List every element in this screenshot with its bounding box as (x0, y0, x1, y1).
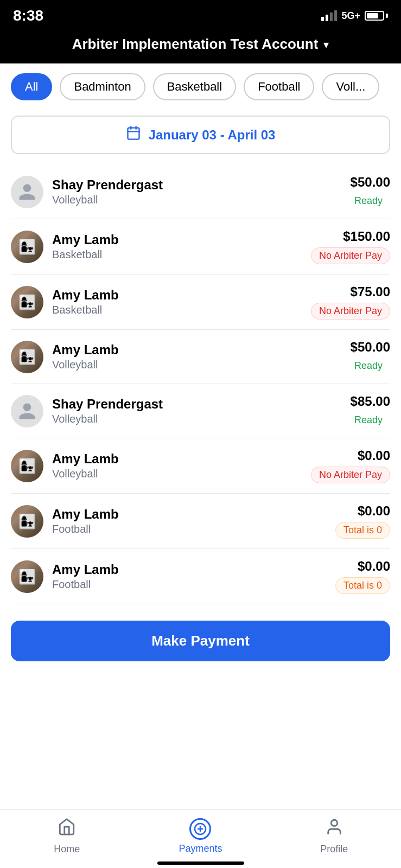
profile-icon (325, 818, 343, 840)
payment-sport: Volleyball (52, 359, 338, 371)
filter-tab-basketball[interactable]: Basketball (153, 73, 237, 100)
filter-tab-all[interactable]: All (11, 73, 52, 100)
nav-item-profile[interactable]: Profile (268, 818, 401, 855)
svg-rect-0 (128, 128, 139, 139)
date-range-label: January 03 - April 03 (149, 127, 276, 143)
status-time: 8:38 (13, 7, 43, 24)
payment-name: Amy Lamb (52, 562, 327, 577)
nav-label-payments: Payments (179, 843, 222, 854)
status-badge: No Arbiter Pay (311, 467, 390, 483)
payment-right: $0.00 Total is 0 (335, 503, 390, 539)
payment-right: $50.00 Ready (347, 340, 390, 374)
list-item[interactable]: Shay Prendergast Volleyball $85.00 Ready (11, 384, 390, 438)
payment-amount: $50.00 (347, 340, 390, 355)
status-badge: Total is 0 (335, 577, 390, 594)
payment-name: Amy Lamb (52, 342, 338, 358)
payment-amount: $0.00 (335, 503, 390, 519)
signal-icon (321, 10, 337, 21)
avatar (11, 341, 43, 373)
avatar (11, 286, 43, 318)
home-icon (58, 818, 76, 840)
make-payment-container: Make Payment (0, 604, 401, 672)
filter-tabs-container: All Badminton Basketball Football Voll..… (0, 63, 401, 110)
payment-info: Shay Prendergast Volleyball (52, 397, 338, 425)
payment-name: Amy Lamb (52, 288, 302, 303)
payment-amount: $150.00 (311, 229, 390, 244)
status-icons: 5G+ (321, 10, 388, 22)
nav-item-payments[interactable]: Payments (133, 818, 267, 854)
payments-icon (189, 818, 211, 840)
payment-info: Amy Lamb Football (52, 562, 327, 591)
payment-amount: $50.00 (347, 175, 390, 190)
filter-tab-badminton[interactable]: Badminton (60, 73, 145, 100)
status-badge: Ready (347, 358, 390, 374)
app-header[interactable]: Arbiter Implementation Test Account ▾ (0, 30, 401, 63)
list-item[interactable]: Amy Lamb Football $0.00 Total is 0 (11, 494, 390, 549)
payment-name: Amy Lamb (52, 232, 302, 247)
list-item[interactable]: Amy Lamb Volleyball $0.00 No Arbiter Pay (11, 438, 390, 494)
payment-info: Shay Prendergast Volleyball (52, 177, 338, 206)
nav-label-profile: Profile (320, 844, 348, 855)
chevron-down-icon: ▾ (323, 38, 329, 51)
payment-right: $0.00 No Arbiter Pay (311, 448, 390, 483)
date-range-button[interactable]: January 03 - April 03 (11, 116, 390, 154)
avatar (11, 450, 43, 482)
header-title: Arbiter Implementation Test Account (72, 36, 319, 53)
list-item[interactable]: Amy Lamb Basketball $75.00 No Arbiter Pa… (11, 275, 390, 330)
payment-name: Amy Lamb (52, 451, 302, 467)
payment-right: $75.00 No Arbiter Pay (311, 284, 390, 320)
nav-label-home: Home (54, 844, 80, 855)
payment-amount: $75.00 (311, 284, 390, 299)
payment-name: Shay Prendergast (52, 177, 338, 193)
bottom-nav: Home Payments Profile (0, 809, 401, 868)
payment-info: Amy Lamb Volleyball (52, 451, 302, 480)
avatar (11, 560, 43, 593)
payment-sport: Football (52, 523, 327, 535)
filter-tab-volleyball[interactable]: Voll... (322, 73, 379, 100)
status-badge: No Arbiter Pay (311, 303, 390, 320)
svg-point-7 (331, 820, 337, 826)
date-range-container: January 03 - April 03 (0, 110, 401, 165)
payment-sport: Basketball (52, 304, 302, 316)
battery-icon (365, 11, 388, 21)
status-bar: 8:38 5G+ (0, 0, 401, 30)
payment-info: Amy Lamb Volleyball (52, 342, 338, 371)
payment-right: $0.00 Total is 0 (335, 559, 390, 594)
payment-list: Shay Prendergast Volleyball $50.00 Ready… (0, 165, 401, 604)
payment-right: $150.00 No Arbiter Pay (311, 229, 390, 264)
payment-right: $85.00 Ready (347, 394, 390, 428)
nav-item-home[interactable]: Home (0, 818, 133, 855)
avatar (11, 395, 43, 427)
list-item[interactable]: Amy Lamb Basketball $150.00 No Arbiter P… (11, 219, 390, 275)
payment-amount: $85.00 (347, 394, 390, 409)
list-item[interactable]: Shay Prendergast Volleyball $50.00 Ready (11, 165, 390, 219)
status-badge: No Arbiter Pay (311, 247, 390, 264)
list-item[interactable]: Amy Lamb Volleyball $50.00 Ready (11, 330, 390, 384)
network-label: 5G+ (341, 10, 360, 22)
payment-name: Shay Prendergast (52, 397, 338, 412)
status-badge: Total is 0 (335, 522, 390, 539)
status-badge: Ready (347, 412, 390, 428)
payment-sport: Volleyball (52, 194, 338, 206)
avatar (11, 505, 43, 538)
avatar (11, 231, 43, 263)
payment-info: Amy Lamb Basketball (52, 288, 302, 316)
avatar (11, 176, 43, 208)
make-payment-button[interactable]: Make Payment (11, 621, 390, 661)
home-indicator (157, 861, 244, 865)
payment-sport: Volleyball (52, 413, 338, 425)
payment-info: Amy Lamb Basketball (52, 232, 302, 261)
status-badge: Ready (347, 193, 390, 209)
payment-right: $50.00 Ready (347, 175, 390, 209)
payment-amount: $0.00 (311, 448, 390, 463)
payment-info: Amy Lamb Football (52, 507, 327, 535)
filter-tab-football[interactable]: Football (244, 73, 314, 100)
payment-sport: Volleyball (52, 468, 302, 480)
payment-amount: $0.00 (335, 559, 390, 574)
payment-sport: Basketball (52, 248, 302, 261)
payment-sport: Football (52, 578, 327, 591)
calendar-icon (126, 125, 141, 144)
list-item[interactable]: Amy Lamb Football $0.00 Total is 0 (11, 549, 390, 604)
payment-name: Amy Lamb (52, 507, 327, 522)
